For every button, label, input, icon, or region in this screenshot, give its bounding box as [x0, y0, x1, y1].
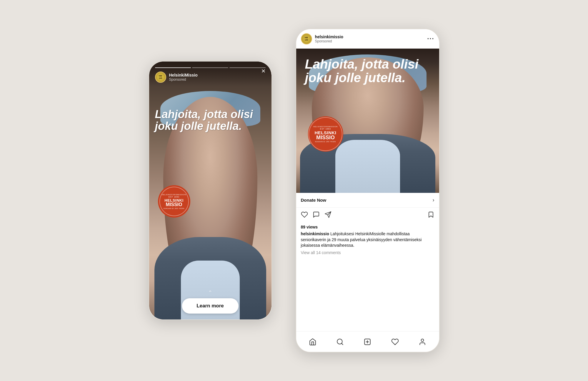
close-icon[interactable]: ×: [261, 67, 265, 75]
story-text-overlay: Lahjoita, jotta olisi joku jolle jutella…: [155, 109, 266, 132]
feed-comments-link[interactable]: View all 14 comments: [301, 250, 434, 255]
feed-bottom-nav: [296, 331, 439, 352]
feed-badge-name-line1: HELSINKI: [313, 130, 338, 135]
svg-point-7: [421, 339, 424, 342]
share-icon[interactable]: [324, 211, 332, 220]
nav-profile-icon[interactable]: [415, 334, 430, 349]
badge-ring: HELSINGFORSMISSION EST 1883 HELSINKI MIS…: [159, 187, 189, 216]
avatar-logo: HM140: [156, 72, 166, 82]
story-headline: Lahjoita, jotta olisi joku jolle jutella…: [155, 109, 266, 132]
learn-more-button[interactable]: Learn more: [182, 298, 239, 314]
feed-headline: Lahjoita, jotta olisi joku jolle jutella…: [305, 57, 430, 85]
feed-account-info: helsinkimissio Sponsored: [315, 34, 427, 43]
story-progress-bars: [155, 67, 266, 68]
feed-badge-arc-top: HELSINGFORSMISSION: [313, 126, 338, 127]
progress-bar-1: [155, 67, 191, 68]
badge-name-line2: MISSIO: [162, 202, 186, 207]
badge-name-line1: HELSINKI: [162, 198, 186, 202]
story-cta-area: Learn more: [182, 298, 239, 314]
story-brand-badge: HELSINGFORSMISSION EST 1883 HELSINKI MIS…: [158, 185, 190, 218]
badge-est: EST 1883: [162, 196, 186, 198]
badge-arc-bottom: KUKAAN EI JÄÄ YKSIN: [162, 208, 186, 209]
feed-phone: HM140 helsinkimissio Sponsored ··· Lahjo…: [296, 29, 440, 352]
badge-content: HELSINGFORSMISSION EST 1883 HELSINKI MIS…: [160, 192, 188, 211]
feed-post-image: Lahjoita, jotta olisi joku jolle jutella…: [296, 49, 439, 193]
feed-text-overlay: Lahjoita, jotta olisi joku jolle jutella…: [305, 57, 430, 85]
nav-search-icon[interactable]: [333, 334, 347, 349]
comment-icon[interactable]: [313, 211, 320, 220]
page-container: HM140 HelsinkiMissio Sponsored × Lahjoit…: [0, 0, 588, 381]
feed-account-name[interactable]: helsinkimissio: [315, 34, 427, 39]
feed-inner: HM140 helsinkimissio Sponsored ··· Lahjo…: [296, 29, 439, 352]
feed-cta-bar[interactable]: Donate Now ›: [296, 193, 439, 208]
feed-post-header: HM140 helsinkimissio Sponsored ···: [296, 29, 439, 49]
feed-badge-content: HELSINGFORSMISSION EST 1883 HELSINKI MIS…: [312, 124, 339, 144]
like-icon[interactable]: [301, 211, 308, 220]
feed-avatar-logo: HM140: [302, 34, 312, 44]
feed-donate-button[interactable]: Donate Now: [301, 198, 327, 203]
more-options-icon[interactable]: ···: [427, 35, 434, 43]
feed-actions-row: [296, 208, 439, 223]
chevron-right-icon: ›: [433, 197, 434, 203]
story-avatar: HM140: [155, 72, 166, 83]
feed-brand-badge: HELSINGFORSMISSION EST 1883 HELSINKI MIS…: [308, 116, 343, 152]
story-phone: HM140 HelsinkiMissio Sponsored × Lahjoit…: [149, 61, 272, 320]
badge-arc-top: HELSINGFORSMISSION: [162, 194, 186, 196]
nav-heart-icon[interactable]: [388, 334, 402, 349]
swipe-up-indicator: ⌃: [208, 289, 212, 296]
bookmark-icon[interactable]: [427, 211, 434, 220]
story-sponsored-label: Sponsored: [169, 77, 198, 82]
feed-portrait-shirt: [335, 140, 400, 193]
svg-line-3: [342, 343, 343, 345]
feed-left-actions: [301, 211, 427, 220]
feed-badge-arc-bottom: KUKAAN EI JÄÄ YKSIN: [313, 141, 338, 143]
feed-views-count: 89 views: [301, 225, 434, 229]
story-account-name[interactable]: HelsinkiMissio: [169, 73, 198, 77]
feed-badge-ring: HELSINGFORSMISSION EST 1883 HELSINKI MIS…: [309, 117, 342, 151]
story-account-info: HelsinkiMissio Sponsored: [169, 73, 198, 82]
progress-bar-2: [192, 67, 228, 68]
feed-avatar: HM140: [301, 33, 312, 44]
progress-bar-3: [229, 67, 266, 68]
feed-caption-username[interactable]: helsinkimissio: [301, 231, 329, 236]
story-account-row: HM140 HelsinkiMissio Sponsored: [155, 72, 266, 83]
feed-content-area: 89 views helsinkimissio Lahjoituksesi He…: [296, 223, 439, 258]
story-header: HM140 HelsinkiMissio Sponsored: [149, 62, 271, 86]
feed-sponsored-label: Sponsored: [315, 39, 427, 43]
nav-add-icon[interactable]: [360, 334, 375, 349]
feed-badge-est: EST 1883: [313, 128, 338, 130]
feed-caption: helsinkimissio Lahjoituksesi HelsinkiMis…: [301, 231, 434, 249]
nav-home-icon[interactable]: [305, 334, 320, 349]
feed-badge-name-line2: MISSIO: [313, 135, 338, 140]
